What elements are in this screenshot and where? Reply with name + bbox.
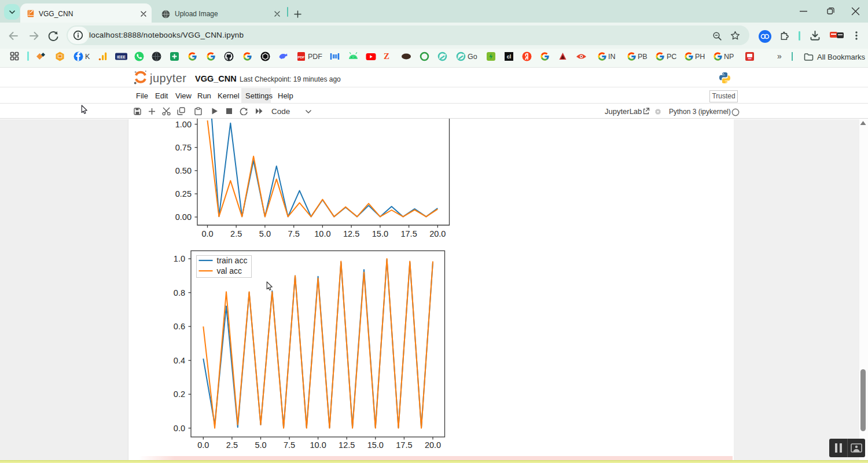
svg-text:10.0: 10.0 [310,440,326,450]
svg-text:20.0: 20.0 [429,229,446,238]
svg-text:1.0: 1.0 [174,254,185,263]
svg-text:0.0: 0.0 [197,440,209,450]
svg-text:12.5: 12.5 [343,229,359,238]
svg-text:10.0: 10.0 [314,229,330,238]
svg-text:0.6: 0.6 [174,322,185,331]
svg-text:0.00: 0.00 [175,212,192,222]
svg-text:15.0: 15.0 [372,229,388,238]
svg-text:12.5: 12.5 [339,440,355,450]
svg-text:0.75: 0.75 [175,143,192,152]
svg-text:0.8: 0.8 [174,288,185,297]
svg-text:5.0: 5.0 [255,440,266,450]
svg-text:0.50: 0.50 [175,166,192,175]
svg-text:0.25: 0.25 [175,189,192,199]
svg-text:train acc: train acc [217,256,248,265]
svg-text:2.5: 2.5 [230,229,242,238]
svg-text:17.5: 17.5 [396,440,412,450]
svg-text:0.0: 0.0 [174,424,185,433]
svg-text:15.0: 15.0 [367,440,384,450]
svg-text:17.5: 17.5 [400,229,417,238]
svg-text:val acc: val acc [217,266,242,275]
svg-text:7.5: 7.5 [288,229,300,238]
svg-text:1.00: 1.00 [175,120,192,129]
svg-text:0.0: 0.0 [201,229,213,238]
svg-text:7.5: 7.5 [284,440,295,450]
svg-text:2.5: 2.5 [226,440,238,450]
svg-text:0.2: 0.2 [174,389,185,399]
svg-text:20.0: 20.0 [425,440,441,450]
svg-text:5.0: 5.0 [259,229,271,238]
svg-text:0.4: 0.4 [174,356,185,365]
